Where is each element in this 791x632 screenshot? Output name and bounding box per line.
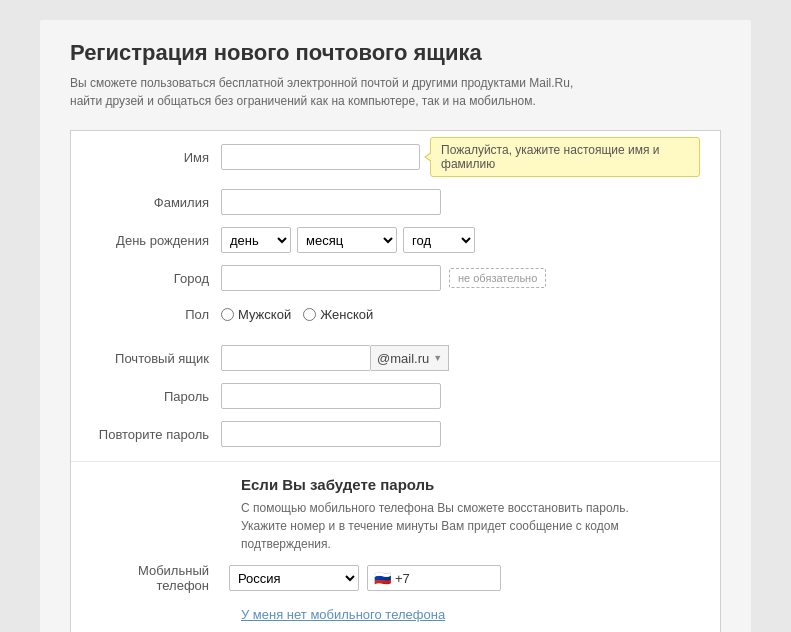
content-area: Регистрация нового почтового ящика Вы см… [40,20,751,632]
surname-input[interactable] [221,189,441,215]
gender-row: Пол Мужской Женской [71,297,720,331]
city-field-group: не обязательно [221,265,700,291]
registration-form: Имя Пожалуйста, укажите настоящие имя и … [70,130,721,632]
dob-label: День рождения [91,233,221,248]
name-label: Имя [91,150,221,165]
password-repeat-row: Повторите пароль [71,415,720,453]
forgot-title: Если Вы забудете пароль [241,476,700,493]
phone-label: Мобильный телефон [91,563,221,593]
password-label: Пароль [91,389,221,404]
mailbox-row: Почтовый ящик @mail.ru ▼ [71,339,720,377]
city-row: Город не обязательно [71,259,720,297]
surname-label: Фамилия [91,195,221,210]
dob-field-group: день 1234 5678 9101112 13141516 17181920… [221,227,700,253]
password-input[interactable] [221,383,441,409]
password-repeat-label: Повторите пароль [91,427,221,442]
spacer2 [71,453,720,461]
name-field-group: Пожалуйста, укажите настоящие имя и фами… [221,137,700,177]
surname-field-group [221,189,700,215]
phone-number-input[interactable] [414,565,494,591]
mailbox-label: Почтовый ящик [91,351,221,366]
gender-female-radio[interactable] [303,308,316,321]
gender-field-group: Мужской Женской [221,307,700,322]
phone-prefix-group: 🇷🇺 +7 [367,565,501,591]
page-subtitle: Вы сможете пользоваться бесплатной элект… [70,74,721,110]
name-tooltip: Пожалуйста, укажите настоящие имя и фами… [430,137,700,177]
mailbox-input-group: @mail.ru ▼ [221,345,449,371]
gender-male-label[interactable]: Мужской [221,307,291,322]
city-label: Город [91,271,221,286]
gender-male-text: Мужской [238,307,291,322]
password-repeat-field-group [221,421,700,447]
password-field-group [221,383,700,409]
page-wrapper: Регистрация нового почтового ящика Вы см… [0,0,791,632]
forgot-desc: С помощью мобильного телефона Вы сможете… [241,499,700,553]
name-row: Имя Пожалуйста, укажите настоящие имя и … [71,131,720,183]
forgot-desc-line2: Укажите номер и в течение минуты Вам при… [241,519,619,551]
password-repeat-input[interactable] [221,421,441,447]
city-hint: не обязательно [449,268,546,288]
city-input[interactable] [221,265,441,291]
page-title: Регистрация нового почтового ящика [70,40,721,66]
gender-male-radio[interactable] [221,308,234,321]
gender-female-label[interactable]: Женской [303,307,373,322]
gender-label: Пол [91,307,221,322]
dob-year-select[interactable]: год for(let y=2024;y>=1920;y--) document… [403,227,475,253]
phone-prefix: +7 [395,571,410,586]
russia-flag-icon: 🇷🇺 [374,570,391,586]
domain-selector[interactable]: @mail.ru ▼ [371,345,449,371]
phone-country-select[interactable]: Россия США Украина Беларусь [229,565,359,591]
forgot-password-section: Если Вы забудете пароль С помощью мобиль… [71,461,720,632]
gender-female-text: Женской [320,307,373,322]
phone-row: Мобильный телефон Россия США Украина Бел… [241,563,700,593]
domain-text: @mail.ru [377,351,429,366]
mailbox-field-group: @mail.ru ▼ [221,345,700,371]
dob-month-select[interactable]: месяц ЯнварьФевральМарт АпрельМайИюнь Ию… [297,227,397,253]
spacer1 [71,331,720,339]
no-phone-link[interactable]: У меня нет мобильного телефона [241,607,445,622]
mailbox-input[interactable] [221,345,371,371]
surname-row: Фамилия [71,183,720,221]
forgot-desc-line1: С помощью мобильного телефона Вы сможете… [241,501,629,515]
dob-day-select[interactable]: день 1234 5678 9101112 13141516 17181920… [221,227,291,253]
password-row: Пароль [71,377,720,415]
chevron-down-icon: ▼ [433,353,442,363]
name-input[interactable] [221,144,420,170]
gender-radio-group: Мужской Женской [221,307,373,322]
dob-row: День рождения день 1234 5678 9101112 131… [71,221,720,259]
